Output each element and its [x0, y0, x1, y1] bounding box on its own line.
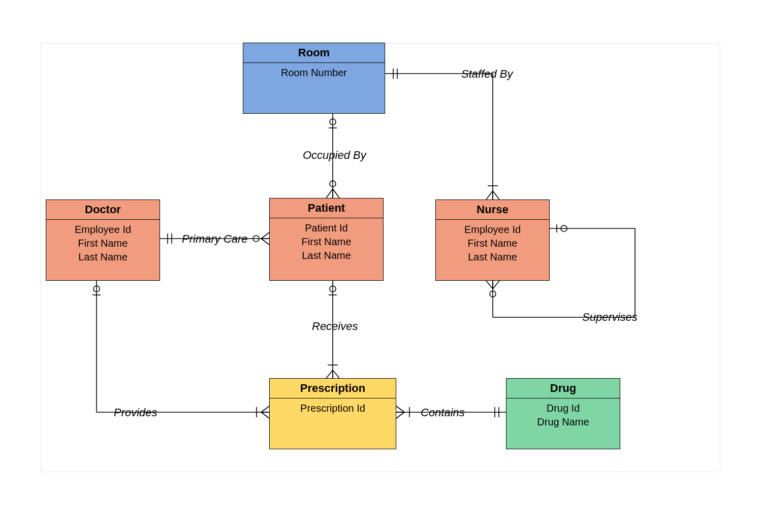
entity-room-title: Room — [243, 43, 385, 63]
label-provides: Provides — [114, 406, 157, 419]
entity-doctor-attrs: Employee Id First Name Last Name — [46, 220, 160, 268]
entity-drug-attrs: Drug Id Drug Name — [506, 398, 620, 433]
label-occupied-by: Occupied By — [303, 149, 366, 162]
label-receives: Receives — [312, 320, 358, 333]
entity-doctor[interactable]: Doctor Employee Id First Name Last Name — [46, 200, 160, 281]
label-primary-care: Primary Care — [182, 232, 248, 246]
entity-patient-attrs: Patient Id First Name Last Name — [270, 218, 383, 267]
entity-prescription[interactable]: Prescription Prescription Id — [269, 378, 396, 449]
entity-room-attrs: Room Number — [243, 63, 385, 84]
entity-patient[interactable]: Patient Patient Id First Name Last Name — [269, 198, 384, 281]
entity-drug[interactable]: Drug Drug Id Drug Name — [506, 378, 620, 449]
label-staffed-by: Staffed By — [461, 68, 513, 81]
entity-doctor-title: Doctor — [46, 200, 160, 220]
entity-nurse-title: Nurse — [436, 200, 549, 220]
label-contains: Contains — [421, 406, 465, 419]
entity-nurse-attrs: Employee Id First Name Last Name — [436, 220, 549, 268]
entity-prescription-attrs: Prescription Id — [270, 398, 396, 419]
entity-drug-title: Drug — [506, 379, 620, 398]
entity-patient-title: Patient — [270, 198, 383, 218]
entity-nurse[interactable]: Nurse Employee Id First Name Last Name — [435, 200, 550, 281]
entity-room[interactable]: Room Room Number — [243, 43, 385, 114]
entity-prescription-title: Prescription — [270, 379, 396, 398]
label-supervises: Supervises — [582, 311, 638, 324]
